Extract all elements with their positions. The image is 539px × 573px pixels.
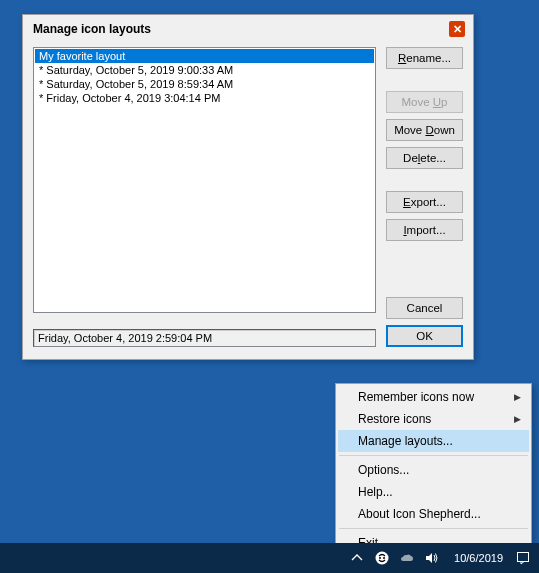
svg-point-0 xyxy=(376,552,389,565)
manage-icon-layouts-dialog: Manage icon layouts ✕ My favorite layout… xyxy=(22,14,474,360)
menu-item[interactable]: Help... xyxy=(338,481,529,503)
left-column: My favorite layout* Saturday, October 5,… xyxy=(33,47,376,347)
menu-separator xyxy=(339,528,528,529)
onedrive-icon[interactable] xyxy=(399,550,415,566)
menu-item[interactable]: Options... xyxy=(338,459,529,481)
dialog-body: My favorite layout* Saturday, October 5,… xyxy=(23,43,473,357)
layouts-listbox[interactable]: My favorite layout* Saturday, October 5,… xyxy=(33,47,376,313)
chevron-up-icon[interactable] xyxy=(349,550,365,566)
button-column: Rename... Move Up Move Down Delete... Ex… xyxy=(386,47,463,347)
list-item[interactable]: * Saturday, October 5, 2019 8:59:34 AM xyxy=(35,77,374,91)
tray-icons xyxy=(349,550,440,566)
svg-rect-3 xyxy=(518,553,529,562)
menu-item-label: Manage layouts... xyxy=(358,434,453,448)
menu-item[interactable]: About Icon Shepherd... xyxy=(338,503,529,525)
export-button[interactable]: Export... xyxy=(386,191,463,213)
titlebar: Manage icon layouts ✕ xyxy=(23,15,473,43)
svg-point-2 xyxy=(383,557,385,559)
close-icon[interactable]: ✕ xyxy=(449,21,465,37)
menu-item-label: Options... xyxy=(358,463,409,477)
notifications-icon[interactable] xyxy=(515,550,531,566)
delete-button[interactable]: Delete... xyxy=(386,147,463,169)
dialog-title: Manage icon layouts xyxy=(33,22,449,36)
menu-item-label: Help... xyxy=(358,485,393,499)
chevron-right-icon: ▶ xyxy=(514,392,521,402)
taskbar: 10/6/2019 xyxy=(0,543,539,573)
move-up-button: Move Up xyxy=(386,91,463,113)
volume-icon[interactable] xyxy=(424,550,440,566)
status-field: Friday, October 4, 2019 2:59:04 PM xyxy=(33,329,376,347)
rename-button[interactable]: Rename... xyxy=(386,47,463,69)
menu-separator xyxy=(339,455,528,456)
move-down-button[interactable]: Move Down xyxy=(386,119,463,141)
menu-item-label: Restore icons xyxy=(358,412,431,426)
menu-item-label: Remember icons now xyxy=(358,390,474,404)
list-item[interactable]: My favorite layout xyxy=(35,49,374,63)
tray-context-menu: Remember icons now▶Restore icons▶Manage … xyxy=(335,383,532,557)
menu-item[interactable]: Manage layouts... xyxy=(338,430,529,452)
menu-item[interactable]: Restore icons▶ xyxy=(338,408,529,430)
list-item[interactable]: * Friday, October 4, 2019 3:04:14 PM xyxy=(35,91,374,105)
cancel-button[interactable]: Cancel xyxy=(386,297,463,319)
list-item[interactable]: * Saturday, October 5, 2019 9:00:33 AM xyxy=(35,63,374,77)
menu-item[interactable]: Remember icons now▶ xyxy=(338,386,529,408)
app-tray-icon[interactable] xyxy=(374,550,390,566)
import-button[interactable]: Import... xyxy=(386,219,463,241)
chevron-right-icon: ▶ xyxy=(514,414,521,424)
taskbar-date[interactable]: 10/6/2019 xyxy=(454,552,503,564)
menu-item-label: About Icon Shepherd... xyxy=(358,507,481,521)
ok-button[interactable]: OK xyxy=(386,325,463,347)
svg-point-1 xyxy=(379,557,381,559)
